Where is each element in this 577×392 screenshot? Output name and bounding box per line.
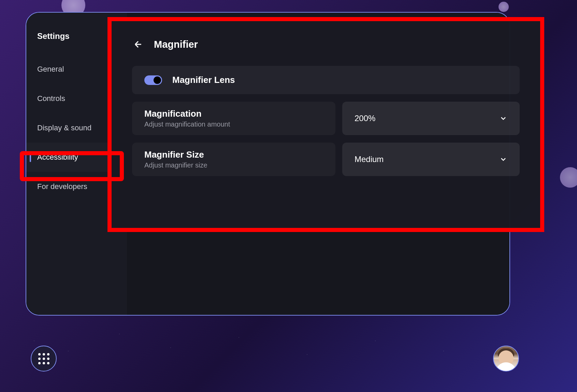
panel-header: Magnifier <box>132 38 520 50</box>
background-decoration <box>0 324 577 392</box>
magnification-labels: Magnification Adjust magnification amoun… <box>132 102 335 135</box>
magnifier-panel: Magnifier Magnifier Lens Magnification A… <box>107 17 544 232</box>
panel-title: Magnifier <box>154 39 198 50</box>
magnifier-size-labels: Magnifier Size Adjust magnifier size <box>132 143 335 176</box>
magnification-title: Magnification <box>144 108 323 119</box>
magnifier-size-dropdown[interactable]: Medium <box>342 143 520 176</box>
background-decoration <box>499 2 509 12</box>
magnifier-size-subtitle: Adjust magnifier size <box>144 161 323 169</box>
magnification-row: Magnification Adjust magnification amoun… <box>132 102 520 135</box>
magnifier-size-title: Magnifier Size <box>144 149 323 160</box>
toggle-knob <box>154 76 161 84</box>
magnifier-size-row: Magnifier Size Adjust magnifier size Med… <box>132 143 520 176</box>
app-grid-icon <box>38 353 49 364</box>
chevron-down-icon <box>499 114 507 122</box>
magnification-value: 200% <box>355 114 375 123</box>
back-arrow-icon[interactable] <box>132 38 144 50</box>
magnification-subtitle: Adjust magnification amount <box>144 120 323 128</box>
background-decoration <box>560 167 577 188</box>
magnifier-lens-toggle[interactable] <box>144 75 162 85</box>
chevron-down-icon <box>499 155 507 163</box>
avatar-button[interactable] <box>493 346 519 372</box>
magnifier-lens-row: Magnifier Lens <box>132 66 520 94</box>
app-launcher-button[interactable] <box>31 346 57 372</box>
magnifier-lens-label: Magnifier Lens <box>172 75 235 85</box>
magnifier-size-value: Medium <box>355 155 384 164</box>
magnification-dropdown[interactable]: 200% <box>342 102 520 135</box>
